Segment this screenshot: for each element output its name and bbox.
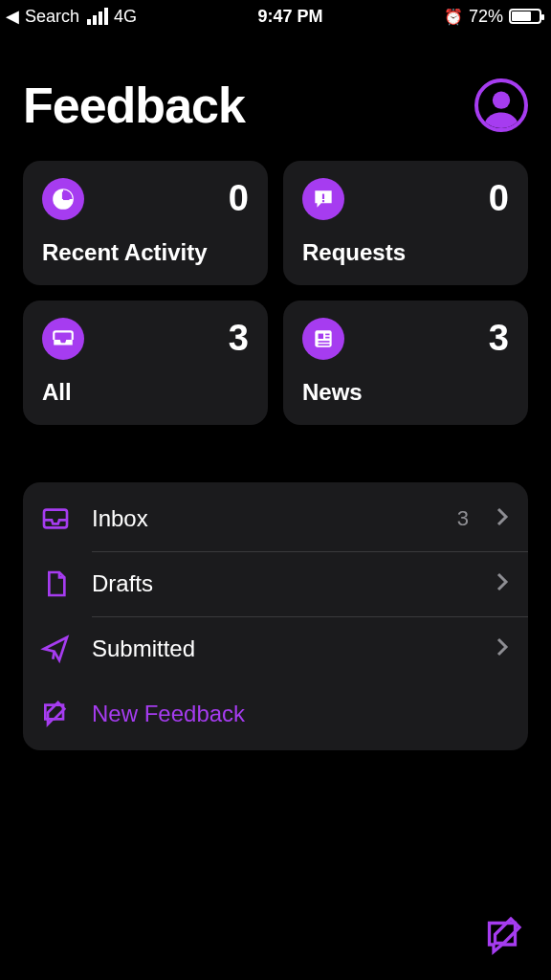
list-item-submitted[interactable]: Submitted — [38, 616, 509, 681]
battery-fill — [512, 11, 531, 21]
battery-percent: 72% — [469, 7, 503, 27]
newspaper-icon — [302, 318, 344, 360]
list-item-new-feedback[interactable]: New Feedback — [38, 681, 509, 746]
alarm-icon: ⏰ — [444, 8, 463, 26]
svg-point-0 — [493, 92, 510, 109]
compose-icon — [482, 913, 528, 959]
chevron-right-icon — [496, 507, 509, 530]
account-avatar-button[interactable] — [474, 78, 528, 132]
tile-label: Recent Activity — [42, 239, 249, 266]
tile-news[interactable]: 3 News — [283, 301, 528, 425]
tile-count: 0 — [229, 178, 249, 219]
svg-rect-8 — [325, 337, 329, 339]
list-item-label: Drafts — [92, 570, 476, 597]
tile-requests[interactable]: 0 Requests — [283, 161, 528, 285]
tile-label: Requests — [302, 239, 509, 266]
status-bar-time: 9:47 PM — [258, 7, 323, 27]
page-title: Feedback — [23, 77, 245, 134]
compose-fab-button[interactable] — [482, 913, 528, 959]
paperplane-icon — [38, 634, 73, 664]
chevron-right-icon — [496, 572, 509, 595]
svg-rect-7 — [325, 334, 329, 336]
back-app-label[interactable]: Search — [25, 7, 79, 27]
list-item-label: New Feedback — [92, 701, 509, 727]
back-caret-icon[interactable]: ◀ — [6, 6, 19, 27]
page-header: Feedback — [0, 31, 551, 161]
signal-bars-icon — [87, 8, 108, 25]
chevron-right-icon — [496, 637, 509, 660]
tile-label: News — [302, 379, 509, 406]
list-item-drafts[interactable]: Drafts — [38, 551, 509, 616]
folders-list: Inbox 3 Drafts Submitted New Feedback — [23, 482, 528, 750]
battery-icon — [509, 9, 541, 24]
tile-count: 3 — [229, 318, 249, 359]
status-bar-right: ⏰ 72% — [444, 7, 541, 27]
svg-rect-6 — [319, 334, 323, 339]
tray-icon — [42, 318, 84, 360]
list-item-count: 3 — [457, 506, 469, 531]
clock-icon — [42, 178, 84, 220]
inbox-icon — [38, 503, 73, 534]
svg-rect-10 — [319, 344, 330, 345]
tile-count: 3 — [489, 318, 509, 359]
list-item-label: Inbox — [92, 505, 438, 532]
compose-icon — [38, 699, 73, 729]
list-item-inbox[interactable]: Inbox 3 — [38, 486, 509, 551]
status-bar: ◀ Search 4G 9:47 PM ⏰ 72% — [0, 0, 551, 31]
svg-rect-4 — [322, 200, 324, 202]
status-bar-left: ◀ Search 4G — [6, 6, 137, 27]
tile-all[interactable]: 3 All — [23, 301, 268, 425]
svg-rect-3 — [322, 194, 324, 199]
tile-label: All — [42, 379, 249, 406]
svg-rect-9 — [319, 341, 330, 343]
tile-recent-activity[interactable]: 0 Recent Activity — [23, 161, 268, 285]
document-icon — [38, 568, 73, 599]
list-item-label: Submitted — [92, 635, 476, 662]
person-icon — [480, 86, 522, 128]
network-type: 4G — [114, 7, 137, 27]
tile-count: 0 — [489, 178, 509, 219]
alert-bubble-icon — [302, 178, 344, 220]
summary-tiles: 0 Recent Activity 0 Requests 3 All 3 New… — [0, 161, 551, 425]
